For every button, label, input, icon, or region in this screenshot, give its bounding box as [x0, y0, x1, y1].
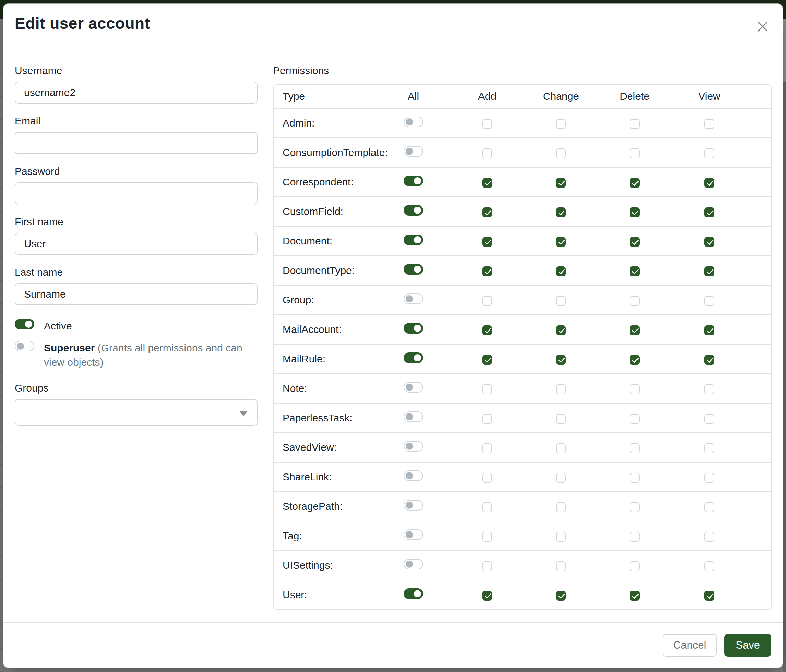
perm-paperlesstask-add-checkbox[interactable] — [482, 414, 492, 424]
perm-uisettings-change-checkbox[interactable] — [556, 561, 566, 571]
perm-storagepath-delete-checkbox[interactable] — [630, 502, 640, 512]
permission-row: Admin: — [274, 108, 771, 138]
page-scrollbar-thumb[interactable] — [783, 82, 786, 672]
perm-group-add-checkbox[interactable] — [482, 296, 492, 306]
perm-uisettings-view-checkbox[interactable] — [704, 561, 714, 571]
cancel-button[interactable]: Cancel — [663, 634, 717, 656]
perm-storagepath-all-toggle[interactable] — [404, 500, 423, 510]
perm-user-view-checkbox[interactable] — [704, 591, 714, 601]
perm-mailaccount-view-checkbox[interactable] — [704, 325, 714, 335]
perm-tag-delete-checkbox[interactable] — [630, 532, 640, 542]
perm-mailrule-all-toggle[interactable] — [404, 352, 423, 363]
perm-sharelink-change-checkbox[interactable] — [556, 473, 566, 483]
perm-group-view-checkbox[interactable] — [704, 296, 714, 306]
perm-document-change-checkbox[interactable] — [556, 237, 566, 247]
perm-paperlesstask-delete-checkbox[interactable] — [630, 414, 640, 424]
perm-document-add-checkbox[interactable] — [482, 237, 492, 247]
perm-storagepath-view-checkbox[interactable] — [704, 502, 714, 512]
perm-consumptiontemplate-all-toggle[interactable] — [404, 146, 423, 157]
perm-document-view-checkbox[interactable] — [704, 237, 714, 247]
toggle-knob — [406, 148, 413, 155]
perm-customfield-add-checkbox[interactable] — [482, 207, 492, 217]
perm-mailaccount-delete-checkbox[interactable] — [630, 325, 640, 335]
perm-admin-view-checkbox[interactable] — [704, 119, 714, 129]
perm-document-delete-checkbox[interactable] — [630, 237, 640, 247]
perm-user-delete-checkbox[interactable] — [630, 591, 640, 601]
perm-group-change-checkbox[interactable] — [556, 296, 566, 306]
permission-row: Group: — [274, 285, 771, 314]
perm-user-all-toggle[interactable] — [404, 588, 423, 599]
perm-user-change-checkbox[interactable] — [556, 591, 566, 601]
perm-paperlesstask-view-checkbox[interactable] — [704, 414, 714, 424]
perm-admin-delete-checkbox[interactable] — [630, 119, 640, 129]
perm-document-all-toggle[interactable] — [404, 234, 423, 245]
perm-savedview-view-checkbox[interactable] — [704, 443, 714, 453]
perm-consumptiontemplate-add-checkbox[interactable] — [482, 148, 492, 159]
perm-consumptiontemplate-delete-checkbox[interactable] — [630, 148, 640, 159]
close-button[interactable] — [755, 19, 770, 34]
perm-note-all-toggle[interactable] — [404, 382, 423, 393]
perm-uisettings-add-checkbox[interactable] — [482, 561, 492, 571]
username-input[interactable] — [15, 82, 258, 104]
perm-tag-add-checkbox[interactable] — [482, 532, 492, 542]
perm-correspondent-delete-checkbox[interactable] — [630, 178, 640, 188]
perm-admin-add-checkbox[interactable] — [482, 119, 492, 129]
perm-sharelink-delete-checkbox[interactable] — [630, 473, 640, 483]
perm-tag-view-checkbox[interactable] — [704, 532, 714, 542]
perm-customfield-change-checkbox[interactable] — [556, 207, 566, 217]
perm-mailaccount-add-checkbox[interactable] — [482, 325, 492, 335]
perm-correspondent-add-checkbox[interactable] — [482, 178, 492, 188]
perm-customfield-all-toggle[interactable] — [404, 205, 423, 216]
perm-savedview-add-checkbox[interactable] — [482, 443, 492, 453]
email-input[interactable] — [15, 132, 258, 154]
perm-mailaccount-all-toggle[interactable] — [404, 323, 423, 334]
perm-correspondent-view-checkbox[interactable] — [704, 178, 714, 188]
perm-mailaccount-change-checkbox[interactable] — [556, 325, 566, 335]
perm-mailrule-add-checkbox[interactable] — [482, 355, 492, 365]
perm-mailrule-change-checkbox[interactable] — [556, 355, 566, 365]
perm-sharelink-all-toggle[interactable] — [404, 470, 423, 481]
perm-paperlesstask-all-toggle[interactable] — [404, 411, 423, 422]
groups-select[interactable] — [15, 399, 258, 426]
perm-user-add-checkbox[interactable] — [482, 591, 492, 601]
perm-documenttype-view-checkbox[interactable] — [704, 266, 714, 276]
perm-savedview-change-checkbox[interactable] — [556, 443, 566, 453]
perm-savedview-delete-checkbox[interactable] — [630, 443, 640, 453]
perm-customfield-delete-checkbox[interactable] — [630, 207, 640, 217]
perm-storagepath-add-checkbox[interactable] — [482, 502, 492, 512]
last-name-input[interactable] — [15, 283, 258, 305]
perm-note-view-checkbox[interactable] — [704, 384, 714, 394]
perm-correspondent-change-checkbox[interactable] — [556, 178, 566, 188]
perm-customfield-view-checkbox[interactable] — [704, 207, 714, 217]
perm-sharelink-view-checkbox[interactable] — [704, 473, 714, 483]
perm-documenttype-add-checkbox[interactable] — [482, 266, 492, 276]
perm-savedview-all-toggle[interactable] — [404, 441, 423, 452]
active-toggle[interactable] — [15, 319, 34, 330]
perm-documenttype-all-toggle[interactable] — [404, 264, 423, 275]
perm-admin-change-checkbox[interactable] — [556, 119, 566, 129]
perm-admin-all-toggle[interactable] — [404, 116, 423, 127]
perm-note-delete-checkbox[interactable] — [630, 384, 640, 394]
perm-consumptiontemplate-change-checkbox[interactable] — [556, 148, 566, 159]
perm-documenttype-change-checkbox[interactable] — [556, 266, 566, 276]
perm-storagepath-change-checkbox[interactable] — [556, 502, 566, 512]
perm-mailrule-delete-checkbox[interactable] — [630, 355, 640, 365]
perm-documenttype-delete-checkbox[interactable] — [630, 266, 640, 276]
perm-note-add-checkbox[interactable] — [482, 384, 492, 394]
perm-consumptiontemplate-view-checkbox[interactable] — [704, 148, 714, 159]
perm-mailrule-view-checkbox[interactable] — [704, 355, 714, 365]
perm-sharelink-add-checkbox[interactable] — [482, 473, 492, 483]
perm-tag-change-checkbox[interactable] — [556, 532, 566, 542]
perm-correspondent-all-toggle[interactable] — [404, 176, 423, 186]
password-input[interactable] — [15, 182, 258, 204]
perm-group-delete-checkbox[interactable] — [630, 296, 640, 306]
save-button[interactable]: Save — [724, 634, 771, 656]
first-name-input[interactable] — [15, 233, 258, 255]
perm-uisettings-delete-checkbox[interactable] — [630, 561, 640, 571]
perm-group-all-toggle[interactable] — [404, 294, 423, 304]
perm-tag-all-toggle[interactable] — [404, 529, 423, 540]
perm-note-change-checkbox[interactable] — [556, 384, 566, 394]
perm-uisettings-all-toggle[interactable] — [404, 559, 423, 570]
superuser-toggle[interactable] — [15, 341, 34, 352]
perm-paperlesstask-change-checkbox[interactable] — [556, 414, 566, 424]
